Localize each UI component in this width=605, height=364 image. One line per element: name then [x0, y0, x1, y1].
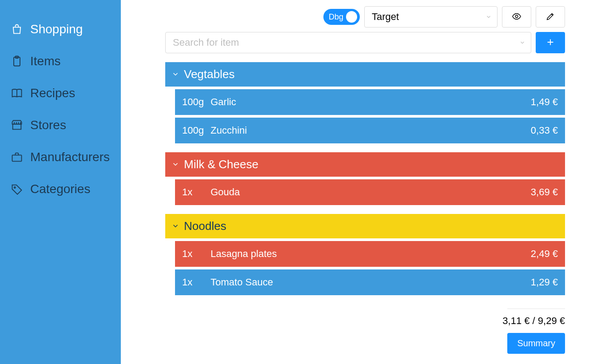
category-title: Milk & Cheese: [184, 158, 259, 171]
main-content: Dbg Target Search for item: [121, 0, 605, 364]
item-qty: 1x: [182, 248, 211, 260]
list-item[interactable]: 1x Lasagna plates 2,49 €: [175, 241, 565, 267]
category-title: Vegtables: [184, 67, 235, 81]
item-qty: 1x: [182, 186, 211, 198]
sidebar: Shopping Items Recipes Stores Manufactur…: [0, 0, 121, 364]
list-item[interactable]: 100g Zucchini 0,33 €: [175, 118, 565, 143]
svg-point-4: [515, 15, 518, 18]
item-qty: 100g: [182, 96, 211, 108]
sidebar-item-label: Recipes: [30, 86, 75, 100]
category-header-milk-cheese[interactable]: Milk & Cheese: [165, 152, 565, 177]
tag-icon: [11, 183, 23, 195]
category-header-noodles[interactable]: Noodles: [165, 214, 565, 238]
sidebar-item-stores[interactable]: Stores: [0, 109, 121, 141]
item-price: 2,49 €: [531, 248, 558, 260]
category-header-vegtables[interactable]: Vegtables: [165, 62, 565, 87]
chevron-down-icon: [171, 219, 179, 233]
chevron-down-icon: [171, 67, 179, 81]
item-name: Zucchini: [211, 125, 531, 136]
item-price: 3,69 €: [531, 186, 558, 198]
edit-button[interactable]: [536, 6, 565, 28]
item-name: Gouda: [211, 186, 531, 198]
divider: [507, 309, 565, 309]
search-row: Search for item: [165, 32, 565, 53]
sidebar-item-label: Categories: [30, 182, 90, 196]
debug-toggle[interactable]: Dbg: [323, 9, 360, 25]
book-icon: [11, 87, 23, 99]
store-icon: [11, 119, 23, 131]
search-input[interactable]: Search for item: [165, 32, 531, 53]
toggle-knob: [346, 11, 357, 23]
chevron-down-icon: [519, 37, 525, 48]
sidebar-item-items[interactable]: Items: [0, 45, 121, 77]
sidebar-item-label: Manufacturers: [30, 150, 110, 164]
item-price: 1,49 €: [531, 96, 558, 108]
chevron-down-icon: [171, 158, 179, 171]
sidebar-item-label: Items: [30, 54, 60, 68]
sidebar-item-label: Shopping: [30, 22, 83, 36]
sidebar-item-recipes[interactable]: Recipes: [0, 77, 121, 109]
list-item[interactable]: 1x Tomato Sauce 1,29 €: [175, 269, 565, 295]
clipboard-icon: [11, 55, 23, 67]
briefcase-icon: [11, 151, 23, 163]
sidebar-item-label: Stores: [30, 118, 66, 132]
item-qty: 1x: [182, 277, 211, 288]
item-name: Garlic: [211, 96, 531, 108]
svg-point-3: [14, 187, 16, 188]
debug-toggle-label: Dbg: [329, 12, 343, 22]
sidebar-item-categories[interactable]: Categories: [0, 173, 121, 205]
shopping-bag-icon: [11, 23, 23, 36]
item-price: 1,29 €: [531, 277, 558, 288]
category-group: Vegtables 100g Garlic 1,49 € 100g Zucchi…: [165, 62, 565, 143]
svg-rect-2: [12, 155, 22, 161]
add-item-button[interactable]: [536, 32, 565, 53]
sidebar-item-shopping[interactable]: Shopping: [0, 13, 121, 45]
list-item[interactable]: 1x Gouda 3,69 €: [175, 179, 565, 205]
eye-icon: [512, 12, 521, 23]
chevron-down-icon: [486, 11, 492, 23]
view-button[interactable]: [502, 6, 531, 28]
summary-button[interactable]: Summary: [507, 333, 565, 354]
sidebar-item-manufacturers[interactable]: Manufacturers: [0, 141, 121, 173]
store-selected-label: Target: [372, 11, 399, 23]
plus-icon: [545, 37, 555, 48]
pencil-icon: [545, 12, 555, 23]
search-placeholder: Search for item: [173, 37, 239, 48]
item-price: 0,33 €: [531, 125, 558, 136]
category-title: Noodles: [184, 219, 226, 233]
category-group: Milk & Cheese 1x Gouda 3,69 €: [165, 152, 565, 205]
item-name: Tomato Sauce: [211, 277, 531, 288]
footer: 3,11 € / 9,29 € Summary: [502, 309, 565, 354]
item-qty: 100g: [182, 125, 211, 136]
category-group: Noodles 1x Lasagna plates 2,49 € 1x Toma…: [165, 214, 565, 295]
total-text: 3,11 € / 9,29 €: [502, 315, 565, 327]
list-item[interactable]: 100g Garlic 1,49 €: [175, 89, 565, 115]
item-name: Lasagna plates: [211, 248, 531, 260]
store-select[interactable]: Target: [364, 6, 498, 28]
toolbar: Dbg Target: [165, 6, 565, 28]
